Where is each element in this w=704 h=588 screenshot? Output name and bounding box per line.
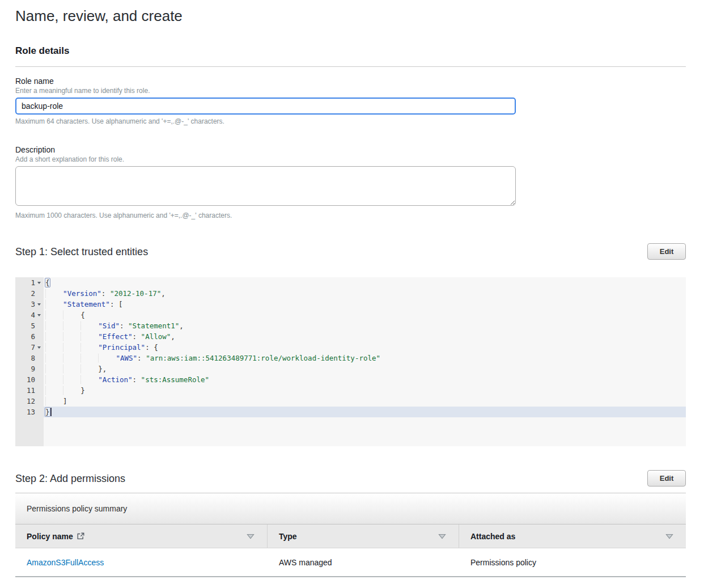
- step2-heading: Step 2: Add permissions: [15, 471, 125, 487]
- line-number-gutter: 6: [15, 331, 44, 342]
- section-divider: [15, 66, 686, 67]
- permissions-summary-panel: Permissions policy summary Policy name T: [15, 493, 686, 577]
- line-number-gutter: 8: [15, 353, 44, 363]
- policy-link[interactable]: AmazonS3FullAccess: [27, 558, 104, 567]
- code-line[interactable]: 10 "Action": "sts:AssumeRole": [15, 374, 686, 385]
- page-title: Name, review, and create: [15, 7, 686, 25]
- line-number-gutter: 9: [15, 363, 44, 374]
- text-cursor: [50, 408, 52, 416]
- attached-as-cell: Permissions policy: [459, 548, 686, 576]
- step2-edit-button[interactable]: Edit: [647, 470, 686, 487]
- role-name-label: Role name: [15, 76, 686, 86]
- attached-as-filter-icon[interactable]: [665, 534, 673, 539]
- code-line[interactable]: 6 "Effect": "Allow",: [15, 331, 686, 342]
- code-line-content: "Effect": "Allow",: [44, 331, 686, 342]
- description-label: Description: [15, 145, 686, 155]
- type-header-label: Type: [279, 532, 297, 541]
- code-line[interactable]: 2 "Version": "2012-10-17",: [15, 288, 686, 299]
- code-line-content: "Statement": [: [44, 299, 686, 310]
- role-name-input[interactable]: [15, 98, 516, 115]
- type-filter-icon[interactable]: [438, 534, 446, 539]
- code-line-content: "Version": "2012-10-17",: [44, 288, 686, 299]
- column-header-policy-name: Policy name: [15, 524, 268, 548]
- step1-heading: Step 1: Select trusted entities: [15, 244, 148, 260]
- code-line-content: {: [44, 310, 686, 320]
- code-line[interactable]: 7 "Principal": {: [15, 342, 686, 353]
- attached-as-header-label: Attached as: [470, 532, 515, 541]
- code-line-content: }: [44, 407, 686, 417]
- code-line[interactable]: 1{: [15, 277, 686, 288]
- column-header-type: Type: [268, 524, 459, 548]
- step1-header-row: Step 1: Select trusted entities Edit: [15, 243, 686, 260]
- policy-editor-lines: 1{2 "Version": "2012-10-17",3 "Statement…: [15, 277, 686, 417]
- line-number-gutter: 1: [15, 277, 44, 288]
- role-name-help: Enter a meaningful name to identify this…: [15, 87, 686, 95]
- code-line-content: },: [44, 363, 686, 374]
- code-line-content: "Sid": "Statement1",: [44, 320, 686, 331]
- trust-policy-editor[interactable]: 1{2 "Version": "2012-10-17",3 "Statement…: [15, 277, 686, 446]
- permissions-table-header: Policy name Type: [15, 524, 686, 548]
- line-number-gutter: 13: [15, 407, 44, 417]
- role-details-heading: Role details: [15, 45, 686, 57]
- policy-name-cell: AmazonS3FullAccess: [15, 548, 268, 576]
- description-constraint: Maximum 1000 characters. Use alphanumeri…: [15, 211, 686, 220]
- code-line-content: "Action": "sts:AssumeRole": [44, 374, 686, 385]
- code-line-content: }: [44, 385, 686, 396]
- description-textarea[interactable]: [15, 166, 516, 206]
- role-name-constraint: Maximum 64 characters. Use alphanumeric …: [15, 117, 686, 126]
- line-number-gutter: 5: [15, 320, 44, 331]
- page-container: Name, review, and create Role details Ro…: [15, 7, 686, 587]
- fold-arrow-icon[interactable]: [36, 310, 42, 320]
- code-line[interactable]: 9 },: [15, 363, 686, 374]
- line-number-gutter: 4: [15, 310, 44, 320]
- code-line-content: "Principal": {: [44, 342, 686, 353]
- line-number-gutter: 7: [15, 342, 44, 353]
- code-line[interactable]: 4 {: [15, 310, 686, 320]
- code-line[interactable]: 5 "Sid": "Statement1",: [15, 320, 686, 331]
- code-line-content: "AWS": "arn:aws:iam::541263489771:role/w…: [44, 353, 686, 363]
- code-line[interactable]: 13}: [15, 407, 686, 417]
- code-line[interactable]: 11 }: [15, 385, 686, 396]
- line-number-gutter: 10: [15, 374, 44, 385]
- description-help: Add a short explanation for this role.: [15, 155, 686, 164]
- line-number-gutter: 11: [15, 385, 44, 396]
- permissions-panel-title: Permissions policy summary: [15, 493, 686, 524]
- code-line[interactable]: 3 "Statement": [: [15, 299, 686, 310]
- table-row: AmazonS3FullAccess AWS managed Permissio…: [15, 548, 686, 577]
- line-number-gutter: 2: [15, 288, 44, 299]
- line-number-gutter: 12: [15, 396, 44, 407]
- code-line[interactable]: 12 ]: [15, 396, 686, 407]
- step1-edit-button[interactable]: Edit: [647, 243, 686, 260]
- policy-type-cell: AWS managed: [268, 548, 459, 576]
- line-number-gutter: 3: [15, 299, 44, 310]
- fold-arrow-icon[interactable]: [36, 277, 42, 288]
- code-line-content: ]: [44, 396, 686, 407]
- column-header-attached-as: Attached as: [459, 524, 686, 548]
- code-line-content: {: [44, 277, 686, 288]
- policy-name-filter-icon[interactable]: [247, 534, 255, 539]
- external-link-icon: [77, 532, 84, 540]
- policy-name-header-label: Policy name: [27, 532, 73, 541]
- step2-header-row: Step 2: Add permissions Edit: [15, 470, 686, 487]
- code-line[interactable]: 8 "AWS": "arn:aws:iam::541263489771:role…: [15, 353, 686, 363]
- fold-arrow-icon[interactable]: [36, 342, 42, 353]
- fold-arrow-icon[interactable]: [36, 299, 42, 310]
